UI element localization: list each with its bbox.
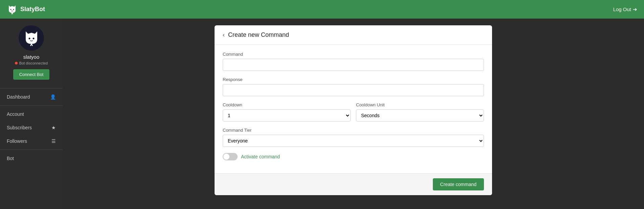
logout-icon: ➔ [633, 6, 637, 12]
followers-label: Followers [7, 138, 27, 144]
bot-status-text: Bot disconnected [19, 61, 48, 65]
sidebar-item-bot[interactable]: Bot [0, 152, 63, 165]
status-dot-icon [15, 62, 18, 64]
header: SlatyBot Log Out ➔ [0, 0, 644, 19]
svg-point-1 [13, 9, 14, 10]
bot-status: Bot disconnected [15, 61, 48, 65]
subscribers-icon: ★ [51, 125, 56, 130]
cooldown-unit-select[interactable]: Seconds Minutes Hours [356, 109, 484, 122]
command-tier-select[interactable]: Everyone Subscribers Followers Moderator… [223, 135, 484, 147]
sidebar-item-dashboard[interactable]: Dashboard 👤 [0, 90, 63, 104]
create-command-modal: ‹ Create new Command Command Response [215, 25, 492, 195]
logo: SlatyBot [7, 4, 45, 15]
command-input[interactable] [223, 59, 484, 71]
command-tier-label: Command Tier [223, 128, 484, 133]
activate-row: Activate command [223, 153, 484, 160]
toggle-slider [223, 153, 238, 160]
modal-footer: Create command [215, 173, 492, 195]
logo-text: SlatyBot [20, 6, 45, 13]
avatar-cat-icon [23, 30, 40, 47]
activate-label: Activate command [241, 154, 280, 159]
main-content: ‹ Create new Command Command Response [63, 19, 644, 209]
dashboard-icon: 👤 [50, 94, 56, 100]
command-label: Command [223, 52, 484, 57]
sidebar: slatyoo Bot disconnected Connect Bot Das… [0, 19, 63, 209]
svg-line-5 [31, 44, 32, 46]
sidebar-item-followers[interactable]: Followers ☰ [0, 134, 63, 148]
cooldown-select[interactable]: 1 5 10 30 60 [223, 109, 351, 122]
cooldown-row: Cooldown 1 5 10 30 60 Cooldown Unit Seco… [223, 102, 484, 122]
modal-title: Create new Command [228, 31, 289, 38]
modal-body: Command Response Cooldown 1 5 10 [215, 45, 492, 173]
create-command-button[interactable]: Create command [433, 178, 484, 190]
svg-point-0 [10, 9, 12, 10]
response-field-group: Response [223, 77, 484, 96]
sidebar-item-account[interactable]: Account [0, 107, 63, 121]
cooldown-label: Cooldown [223, 102, 351, 107]
svg-point-2 [28, 37, 30, 39]
command-tier-group: Command Tier Everyone Subscribers Follow… [223, 128, 484, 147]
dashboard-label: Dashboard [7, 94, 30, 100]
svg-point-3 [32, 37, 34, 39]
connect-bot-button[interactable]: Connect Bot [13, 69, 50, 80]
main-layout: slatyoo Bot disconnected Connect Bot Das… [0, 19, 644, 209]
sidebar-item-subscribers[interactable]: Subscribers ★ [0, 121, 63, 134]
bot-label: Bot [7, 156, 14, 161]
cooldown-unit-col: Cooldown Unit Seconds Minutes Hours [356, 102, 484, 122]
logout-button[interactable]: Log Out ➔ [613, 6, 637, 12]
logo-icon [7, 4, 18, 15]
back-button[interactable]: ‹ [223, 31, 225, 38]
command-field-group: Command [223, 52, 484, 71]
avatar [19, 25, 44, 51]
response-input[interactable] [223, 84, 484, 96]
sidebar-divider-3 [0, 150, 63, 150]
logout-label: Log Out [613, 6, 631, 12]
sidebar-divider-1 [0, 88, 63, 88]
response-label: Response [223, 77, 484, 82]
sidebar-divider-2 [0, 105, 63, 106]
cooldown-unit-label: Cooldown Unit [356, 102, 484, 107]
username-label: slatyoo [23, 54, 40, 60]
subscribers-label: Subscribers [7, 125, 32, 130]
modal-header: ‹ Create new Command [215, 25, 492, 45]
followers-icon: ☰ [51, 138, 56, 144]
cooldown-col: Cooldown 1 5 10 30 60 [223, 102, 351, 122]
activate-toggle[interactable] [223, 153, 238, 160]
account-label: Account [7, 111, 24, 117]
